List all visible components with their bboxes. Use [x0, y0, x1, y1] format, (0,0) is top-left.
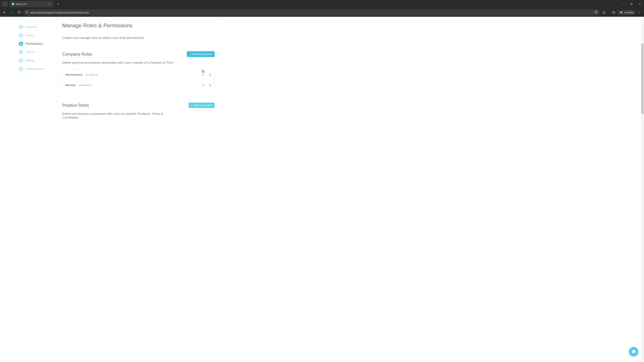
url-text: app.breezy.hr/app/c/moodjoy/company/sett…: [30, 11, 592, 14]
sidebar-label: Subscriptions: [26, 67, 44, 71]
sidebar-item-general[interactable]: General: [19, 23, 57, 31]
position-roles-header: Position Roles Add Position Role: [62, 103, 214, 108]
svg-rect-45: [80, 85, 80, 86]
role-row-administrator[interactable]: Administrator Readonly: [62, 70, 214, 80]
svg-point-46: [202, 84, 204, 86]
copy-role-icon[interactable]: [209, 84, 212, 87]
add-company-role-button[interactable]: Add Company Role: [187, 51, 214, 57]
window-controls: [619, 0, 644, 8]
svg-rect-36: [21, 68, 22, 69]
sidebar-item-permissions[interactable]: Permissions: [19, 39, 57, 48]
position-roles-subtitle: Define permissions associated with users…: [62, 112, 180, 119]
svg-rect-18: [612, 11, 615, 13]
minimize-button[interactable]: [619, 0, 627, 8]
urlbar: app.breezy.hr/app/c/moodjoy/company/sett…: [0, 8, 644, 17]
browser-menu-button[interactable]: [636, 9, 643, 15]
user-icon: [19, 33, 23, 37]
sidebar-label: Billing: [26, 59, 34, 62]
sidebar-item-teams[interactable]: Teams: [19, 48, 57, 56]
url-input[interactable]: app.breezy.hr/app/c/moodjoy/company/sett…: [24, 9, 600, 15]
new-tab-button[interactable]: [56, 2, 60, 6]
lock-icon: [86, 74, 88, 76]
add-company-role-label: Add Company Role: [192, 53, 212, 55]
svg-point-26: [640, 13, 640, 13]
forward-button[interactable]: [9, 9, 15, 15]
svg-point-21: [621, 12, 622, 13]
chat-widget-button[interactable]: [629, 347, 638, 356]
view-role-icon[interactable]: [202, 84, 204, 87]
main-panel: Manage Roles & Permissions Create and ma…: [57, 17, 223, 362]
chat-icon: [632, 350, 636, 354]
svg-rect-29: [20, 43, 22, 44]
svg-rect-33: [20, 60, 22, 61]
svg-rect-35: [20, 68, 21, 69]
reload-button[interactable]: [16, 9, 22, 15]
sidebar-label: Permissions: [26, 42, 43, 45]
svg-rect-44: [210, 74, 211, 76]
svg-point-24: [640, 11, 640, 12]
incognito-label: Incognito: [624, 11, 634, 14]
svg-point-32: [21, 52, 22, 52]
gear-icon: [19, 25, 23, 29]
tab-close-button[interactable]: [47, 2, 51, 6]
add-position-role-button[interactable]: Add Position Role: [189, 103, 214, 108]
svg-line-43: [204, 75, 204, 76]
svg-rect-6: [631, 4, 632, 5]
role-name: Member: [65, 83, 76, 87]
readonly-label: Readonly: [89, 73, 98, 76]
sidepanel-button[interactable]: [611, 9, 617, 15]
readonly-badge: Readonly: [79, 84, 91, 86]
svg-point-28: [21, 34, 22, 35]
lock-icon: [19, 41, 23, 46]
role-row-member[interactable]: Member Readonly: [62, 80, 214, 90]
tab-search-dropdown[interactable]: [1, 1, 8, 7]
tab-title: Breezy HR: [16, 3, 27, 5]
sidebar-label: Teams: [26, 50, 35, 54]
sidebar-item-subscriptions[interactable]: Subscriptions: [19, 65, 57, 73]
svg-point-25: [640, 12, 640, 13]
readonly-badge: Readonly: [86, 73, 98, 76]
svg-point-30: [20, 51, 22, 53]
browser-tab[interactable]: b Breezy HR: [10, 1, 53, 7]
sidebar-item-billing[interactable]: Billing: [19, 56, 57, 65]
page-content: General Users Permissions Teams: [0, 17, 644, 362]
sidebar-label: General: [26, 25, 37, 29]
back-button[interactable]: [1, 9, 8, 15]
svg-marker-17: [595, 11, 598, 13]
add-position-role-label: Add Position Role: [194, 104, 212, 107]
scrollbar-track[interactable]: [641, 17, 644, 362]
extensions-button[interactable]: [601, 9, 607, 15]
card-icon: [19, 58, 23, 63]
svg-line-47: [204, 86, 204, 86]
maximize-button[interactable]: [627, 0, 636, 8]
tab-favicon: b: [12, 3, 14, 5]
sidebar-item-users[interactable]: Users: [19, 31, 57, 39]
svg-rect-38: [21, 69, 22, 70]
svg-point-27: [21, 27, 21, 27]
copy-role-icon[interactable]: [209, 73, 212, 76]
svg-point-14: [27, 12, 28, 13]
svg-rect-48: [210, 85, 211, 86]
company-roles-header: Company Roles Add Company Role: [62, 51, 214, 57]
incognito-badge[interactable]: Incognito: [617, 10, 636, 15]
page-subtitle: Create and manage roles to define user-l…: [62, 36, 214, 40]
bookmark-icon[interactable]: [594, 10, 598, 14]
view-role-icon[interactable]: [202, 73, 204, 76]
company-roles-title: Company Roles: [62, 52, 92, 57]
site-settings-icon[interactable]: [26, 11, 28, 14]
svg-point-31: [20, 52, 21, 52]
page-title: Manage Roles & Permissions: [62, 22, 214, 29]
svg-rect-37: [20, 69, 21, 70]
svg-rect-41: [86, 75, 87, 76]
plus-icon: [191, 104, 193, 106]
svg-point-20: [620, 12, 621, 13]
scrollbar-thumb[interactable]: [641, 43, 644, 114]
titlebar: b Breezy HR: [0, 0, 644, 8]
sidebar-label: Users: [26, 33, 34, 37]
grid-icon: [19, 67, 23, 71]
teams-icon: [19, 50, 23, 54]
role-name: Administrator: [65, 73, 83, 77]
position-roles-title: Position Roles: [62, 103, 89, 108]
close-window-button[interactable]: [636, 0, 644, 8]
svg-point-11: [26, 11, 27, 12]
